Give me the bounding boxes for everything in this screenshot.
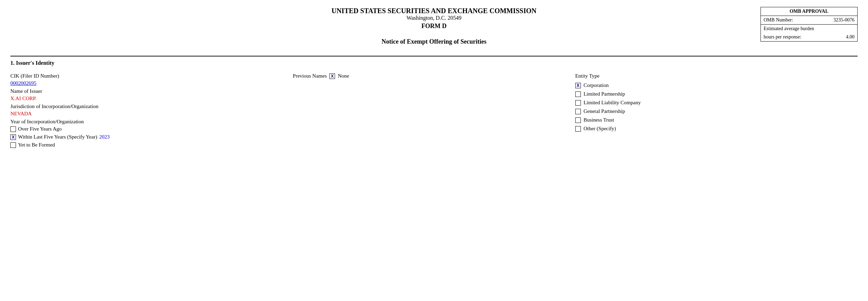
entity-other-row: Other (Specify) (575, 126, 858, 132)
checkbox-general-partnership[interactable] (575, 109, 581, 114)
title-form: FORM D (332, 23, 536, 30)
previous-names-row: Previous Names None (293, 73, 575, 79)
col-middle: Previous Names None (293, 73, 575, 150)
entity-business-trust-row: Business Trust (575, 117, 858, 123)
name-label: Name of Issuer (10, 88, 293, 94)
entity-limited-liability-label: Limited Liability Company (584, 100, 641, 106)
header: UNITED STATES SECURITIES AND EXCHANGE CO… (10, 7, 858, 45)
entity-limited-partnership-label: Limited Partnership (584, 91, 625, 97)
none-label: None (338, 73, 349, 79)
omb-hours-value: 4.00 (846, 34, 855, 40)
section1-title: 1. Issuer's Identity (10, 60, 858, 66)
col-left: CIK (Filer ID Number) 0002002695 Name of… (10, 73, 293, 150)
omb-number-row: OMB Number: 3235-0076 (761, 16, 857, 25)
entity-corporation-label: Corporation (584, 82, 609, 88)
checkbox-yet-formed[interactable] (10, 142, 16, 148)
section1-divider (10, 56, 858, 56)
omb-hours-label: hours per response: (764, 34, 801, 40)
entity-type-label: Entity Type (575, 73, 858, 79)
checkbox-over-five-row: Over Five Years Ago (10, 126, 293, 132)
checkbox-yet-formed-label: Yet to Be Formed (18, 142, 55, 148)
omb-hours-row: hours per response: 4.00 (761, 33, 857, 41)
omb-approval-box: OMB APPROVAL OMB Number: 3235-0076 Estim… (760, 7, 858, 42)
omb-burden-row: Estimated average burden (761, 25, 857, 33)
omb-number-label: OMB Number: (764, 17, 793, 23)
entity-general-partnership-label: General Partnership (584, 108, 625, 114)
omb-number-value: 3235-0076 (833, 17, 854, 23)
checkbox-limited-partnership[interactable] (575, 91, 581, 97)
checkbox-within-five-row: Within Last Five Years (Specify Year) 20… (10, 134, 293, 140)
entity-limited-liability-row: Limited Liability Company (575, 100, 858, 106)
cik-label: CIK (Filer ID Number) (10, 73, 293, 79)
jurisdiction-label: Jurisdiction of Incorporation/Organizati… (10, 104, 293, 109)
year-label: Year of Incorporation/Organization (10, 119, 293, 125)
col-right: Entity Type Corporation Limited Partners… (575, 73, 858, 150)
checkbox-within-five-label: Within Last Five Years (Specify Year) (18, 134, 97, 140)
name-value: X.AI CORP. (10, 96, 293, 101)
entity-general-partnership-row: General Partnership (575, 108, 858, 114)
checkbox-yet-formed-row: Yet to Be Formed (10, 142, 293, 148)
checkbox-business-trust[interactable] (575, 117, 581, 123)
omb-header: OMB APPROVAL (761, 7, 857, 16)
jurisdiction-value: NEVADA (10, 111, 293, 117)
checkbox-over-five-label: Over Five Years Ago (18, 126, 62, 132)
entity-business-trust-label: Business Trust (584, 117, 614, 123)
content-grid: CIK (Filer ID Number) 0002002695 Name of… (10, 73, 858, 150)
cik-value[interactable]: 0002002695 (10, 80, 293, 86)
checkbox-none[interactable] (329, 73, 335, 79)
checkbox-corporation[interactable] (575, 83, 581, 88)
entity-limited-partnership-row: Limited Partnership (575, 91, 858, 97)
title-sub: Washington, D.C. 20549 (332, 15, 536, 21)
checkbox-over-five[interactable] (10, 126, 16, 132)
notice-title: Notice of Exempt Offering of Securities (332, 38, 536, 45)
checkbox-within-five[interactable] (10, 134, 16, 140)
entity-other-label: Other (Specify) (584, 126, 616, 132)
prev-names-label: Previous Names (293, 73, 327, 79)
title-main: UNITED STATES SECURITIES AND EXCHANGE CO… (332, 7, 536, 15)
within-five-year: 2023 (99, 134, 110, 140)
checkbox-limited-liability[interactable] (575, 100, 581, 106)
checkbox-other[interactable] (575, 126, 581, 132)
omb-burden-label: Estimated average burden (764, 26, 814, 32)
entity-corporation-row: Corporation (575, 82, 858, 88)
header-center: UNITED STATES SECURITIES AND EXCHANGE CO… (332, 7, 536, 45)
